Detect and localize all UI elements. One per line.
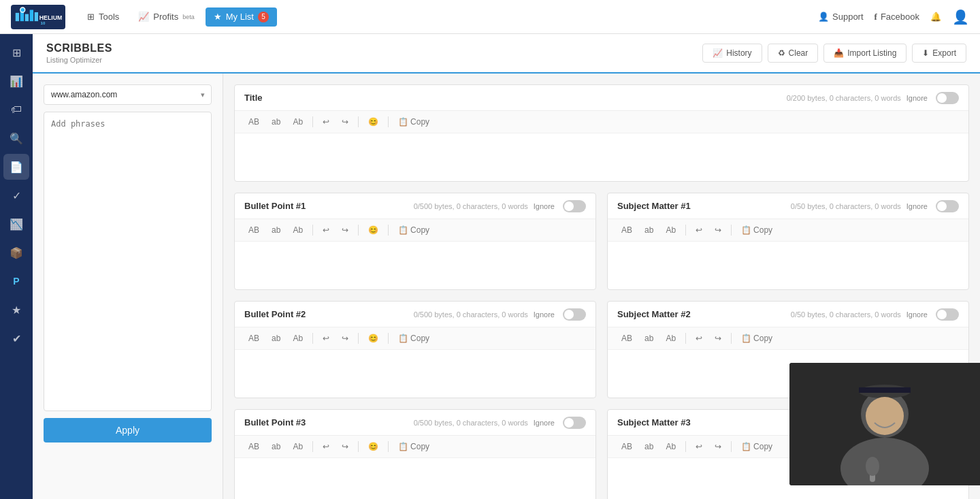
sidebar-icon-doc[interactable]: 📄: [3, 154, 29, 180]
bp2-copy-btn[interactable]: 📋 Copy: [394, 332, 434, 345]
bp2-emoji-btn[interactable]: 😊: [364, 332, 382, 345]
bp1-emoji-btn[interactable]: 😊: [364, 223, 382, 237]
sidebar-icon-tag[interactable]: 🏷: [3, 97, 29, 123]
bp2-uppercase-btn[interactable]: AB: [244, 332, 263, 345]
bp1-uppercase-btn[interactable]: AB: [244, 223, 263, 237]
bp3-undo-btn[interactable]: ↩: [318, 440, 333, 453]
sm3-undo-btn[interactable]: ↩: [691, 440, 706, 453]
sidebar-icon-grid[interactable]: ⊞: [3, 39, 29, 65]
sidebar-icon-tick[interactable]: ✔: [3, 325, 29, 351]
page-subtitle: Listing Optimizer: [46, 56, 112, 64]
bp2-undo-btn[interactable]: ↩: [318, 332, 333, 345]
toolbar-divider-1: [312, 116, 313, 127]
sm1-copy-btn[interactable]: 📋 Copy: [737, 223, 777, 237]
bp3-uppercase-btn[interactable]: AB: [244, 440, 263, 453]
title-toolbar: AB ab Ab ↩ ↪ 😊 📋 Copy: [235, 111, 968, 133]
bp3-toolbar: AB ab Ab ↩ ↪ 😊 📋 Copy: [235, 436, 595, 458]
logo-image: HELIUM 10: [11, 5, 65, 29]
title-uppercase-btn[interactable]: AB: [244, 115, 263, 129]
apply-button[interactable]: Apply: [44, 418, 212, 442]
bp3-ignore-toggle[interactable]: [563, 417, 586, 429]
bp1-redo-btn[interactable]: ↪: [338, 223, 353, 237]
bp2-lowercase-btn[interactable]: ab: [267, 332, 284, 345]
toolbar-divider-2: [358, 116, 359, 127]
history-button[interactable]: 📈 History: [702, 44, 762, 63]
sm1-ignore-toggle[interactable]: [936, 200, 959, 212]
bp2-div2: [358, 333, 359, 344]
sm1-lowercase-btn[interactable]: ab: [640, 223, 657, 237]
nav-facebook[interactable]: f Facebook: [875, 12, 919, 22]
bp1-lowercase-btn[interactable]: ab: [267, 223, 284, 237]
bp3-lowercase-btn[interactable]: ab: [267, 440, 284, 453]
title-copy-btn[interactable]: 📋 Copy: [394, 115, 434, 129]
export-button[interactable]: ⬇ Export: [912, 44, 966, 63]
marketplace-select[interactable]: www.amazon.comwww.amazon.co.ukwww.amazon…: [44, 84, 212, 105]
bp3-redo-btn[interactable]: ↪: [338, 440, 353, 453]
sidebar-icon-bar[interactable]: 📉: [3, 211, 29, 237]
title-capitalize-btn[interactable]: Ab: [289, 115, 307, 129]
facebook-icon: f: [875, 12, 877, 22]
bp1-undo-btn[interactable]: ↩: [318, 223, 333, 237]
svg-point-15: [866, 457, 879, 476]
title-ignore-toggle[interactable]: [936, 92, 959, 104]
svg-text:10: 10: [41, 20, 46, 25]
sidebar-icon-search[interactable]: 🔍: [3, 125, 29, 151]
page-header-actions: 📈 History ♻ Clear 📥 Import Listing ⬇ Exp…: [702, 44, 966, 63]
bp1-label: Bullet Point #1: [244, 201, 408, 211]
sidebar-icon-p[interactable]: P: [3, 268, 29, 294]
bp2-capitalize-btn[interactable]: Ab: [289, 332, 307, 345]
title-emoji-btn[interactable]: 😊: [364, 115, 382, 129]
sm2-undo-btn[interactable]: ↩: [691, 332, 706, 345]
bp1-capitalize-btn[interactable]: Ab: [289, 223, 307, 237]
logo[interactable]: HELIUM 10: [11, 5, 65, 29]
bp3-textarea: [235, 458, 595, 499]
import-button[interactable]: 📥 Import Listing: [823, 44, 906, 63]
sm3-uppercase-btn[interactable]: AB: [617, 440, 636, 453]
bp2-ignore-toggle[interactable]: [563, 308, 586, 321]
bp3-copy-btn[interactable]: 📋 Copy: [394, 440, 434, 453]
sm1-capitalize-btn[interactable]: Ab: [662, 223, 680, 237]
nav-tools[interactable]: ⊞ Tools: [79, 7, 127, 26]
clear-button[interactable]: ♻ Clear: [768, 44, 819, 63]
sidebar-icon-star[interactable]: ★: [3, 297, 29, 323]
title-undo-btn[interactable]: ↩: [318, 115, 333, 129]
sm1-section: Subject Matter #1 0/50 bytes, 0 characte…: [607, 193, 969, 290]
bp3-capitalize-btn[interactable]: Ab: [289, 440, 307, 453]
sm2-ignore-toggle[interactable]: [936, 308, 959, 321]
sidebar-icon-chart[interactable]: 📊: [3, 68, 29, 94]
bp3-emoji-btn[interactable]: 😊: [364, 440, 382, 453]
bp3-section: Bullet Point #3 0/500 bytes, 0 character…: [234, 409, 596, 499]
nav-user[interactable]: 👤: [952, 9, 969, 25]
phrases-textarea[interactable]: [44, 112, 212, 411]
left-panel: www.amazon.comwww.amazon.co.ukwww.amazon…: [33, 74, 223, 499]
bp1-header: Bullet Point #1 0/500 bytes, 0 character…: [235, 193, 595, 219]
sm3-lowercase-btn[interactable]: ab: [640, 440, 657, 453]
sm2-redo-btn[interactable]: ↪: [710, 332, 725, 345]
bp1-ignore-toggle[interactable]: [563, 200, 586, 212]
sm2-copy-btn[interactable]: 📋 Copy: [737, 332, 777, 345]
sm3-copy-btn[interactable]: 📋 Copy: [737, 440, 777, 453]
sm1-redo-btn[interactable]: ↪: [710, 223, 725, 237]
bp1-copy-btn[interactable]: 📋 Copy: [394, 223, 434, 237]
sm1-uppercase-btn[interactable]: AB: [617, 223, 636, 237]
sm3-redo-btn[interactable]: ↪: [710, 440, 725, 453]
title-lowercase-btn[interactable]: ab: [267, 115, 284, 129]
import-icon: 📥: [834, 48, 844, 58]
sm2-lowercase-btn[interactable]: ab: [640, 332, 657, 345]
bp2-redo-btn[interactable]: ↪: [338, 332, 353, 345]
sm2-capitalize-btn[interactable]: Ab: [662, 332, 680, 345]
sm1-undo-btn[interactable]: ↩: [691, 223, 706, 237]
bp1-textarea: [235, 242, 595, 289]
title-redo-btn[interactable]: ↪: [338, 115, 353, 129]
nav-profits[interactable]: 📈 Profits beta: [130, 7, 202, 26]
sidebar-icon-box[interactable]: 📦: [3, 240, 29, 265]
nav-mylist[interactable]: ★ My List 5: [206, 7, 277, 27]
sm3-capitalize-btn[interactable]: Ab: [662, 440, 680, 453]
nav-notifications[interactable]: 🔔: [930, 12, 941, 22]
nav-support[interactable]: 👤 Support: [818, 12, 864, 22]
bp1-section: Bullet Point #1 0/500 bytes, 0 character…: [234, 193, 596, 290]
sm2-uppercase-btn[interactable]: AB: [617, 332, 636, 345]
mylist-badge: 5: [258, 12, 269, 22]
sidebar-icon-check[interactable]: ✓: [3, 182, 29, 208]
sm2-div1: [685, 333, 686, 344]
